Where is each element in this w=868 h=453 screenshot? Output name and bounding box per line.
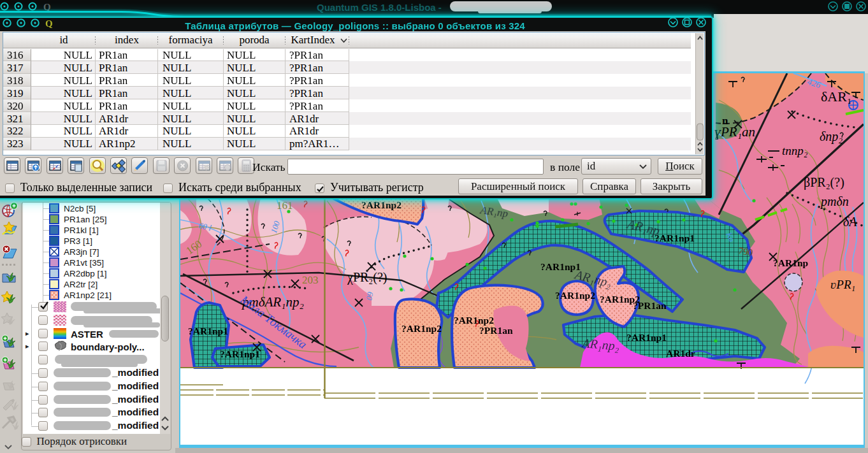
svg-text:?AR1np2: ?AR1np2 <box>401 323 442 334</box>
svg-text:n: n <box>722 115 728 127</box>
svg-text:?AR1np1: ?AR1np1 <box>655 233 695 243</box>
svg-text:?AR1np2: ?AR1np2 <box>555 290 595 301</box>
svg-text:AR1dr: AR1dr <box>666 348 695 359</box>
svg-text:ɣPR₁aп: ɣPR₁aп <box>714 124 755 140</box>
svg-text:δA: δA <box>843 215 857 229</box>
svg-text:χPR₂(?): χPR₂(?) <box>347 270 387 285</box>
svg-text:?PR1an: ?PR1an <box>479 325 513 336</box>
svg-text:?PR1an: ?PR1an <box>633 300 667 311</box>
svg-text:?AR1np2: ?AR1np2 <box>361 199 401 210</box>
svg-text:?AR1np1: ?AR1np1 <box>188 326 228 336</box>
svg-text:?AR1np: ?AR1np <box>773 257 808 268</box>
svg-text:161: 161 <box>277 199 293 212</box>
svg-text:?AR1np1: ?AR1np1 <box>220 349 260 359</box>
svg-text:?AR1np1: ?AR1np1 <box>626 332 667 343</box>
svg-text:ʋPR₁: ʋPR₁ <box>830 278 855 291</box>
svg-text:?AR1np2: ?AR1np2 <box>454 315 494 326</box>
svg-text:pmδп: pmδп <box>820 194 849 209</box>
svg-text:Q: Q <box>43 2 51 12</box>
svg-text:203: 203 <box>302 274 319 286</box>
svg-text:tnпp₂: tnпp₂ <box>782 144 808 157</box>
svg-text:δпp₂: δпp₂ <box>820 129 843 144</box>
svg-text:?AR1np1: ?AR1np1 <box>540 261 581 272</box>
svg-text:βPR₂(?): βPR₂(?) <box>804 175 844 190</box>
svg-text:δAR₁: δAR₁ <box>821 89 852 104</box>
